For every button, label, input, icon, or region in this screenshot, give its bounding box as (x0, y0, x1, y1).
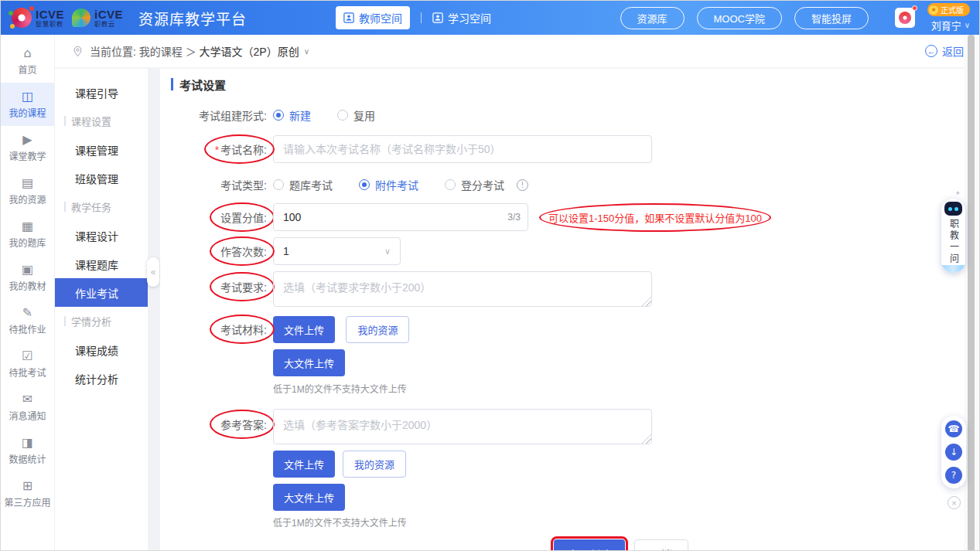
sidebar-item-notifications[interactable]: ✉ 消息通知 (1, 386, 54, 429)
exam-name-input[interactable] (273, 135, 652, 163)
required-asterisk: * (215, 144, 219, 156)
version-badge-label: 正式版 (941, 4, 964, 15)
app-launcher-icon (899, 12, 911, 24)
sidebar-item-my-question-bank[interactable]: ▦ 我的题库 (1, 213, 54, 256)
download-icon[interactable]: ↓ (945, 444, 962, 461)
learning-space-icon (432, 12, 443, 23)
materials-big-upload-button[interactable]: 大文件上传 (273, 349, 345, 376)
close-toolbar-icon[interactable]: × (948, 496, 961, 509)
sidebar-item-pending-homework[interactable]: ✎ 待批作业 (1, 299, 54, 342)
menu-item-course-management[interactable]: 课程管理 (55, 135, 148, 164)
create-now-button[interactable]: 立即创建 (554, 539, 625, 551)
menu-item-class-management[interactable]: 班级管理 (55, 164, 148, 192)
cancel-button[interactable]: 取消 (634, 539, 688, 551)
icve-swirl-icon (12, 8, 32, 28)
attempts-select[interactable]: 1 ∨ (273, 237, 401, 265)
app-launcher-button[interactable] (895, 8, 915, 28)
radio-type-attachment[interactable]: 附件考试 (359, 177, 418, 192)
radio-unselected-icon (273, 179, 284, 190)
exam-type-label: 考试类型: (171, 177, 267, 192)
notification-dot (912, 5, 917, 11)
menu-item-course-intro[interactable]: 课程引导 (55, 78, 148, 107)
page-title: 考试设置 (171, 77, 965, 92)
score-hint-text: 可以设置1-150分值，如果不设置默认分值为100 (548, 213, 762, 224)
course-switch-caret-icon[interactable]: ∨ (304, 47, 309, 56)
answer-big-upload-button[interactable]: 大文件上传 (273, 484, 345, 511)
assistant-widget[interactable]: 职教一问 (941, 199, 965, 273)
platform-title: 资源库教学平台 (138, 8, 247, 29)
breadcrumb-current-course[interactable]: 大学语文（2P）原创 (200, 46, 299, 58)
learning-space-label: 学习空间 (448, 10, 491, 26)
answer-my-resources-button[interactable]: 我的资源 (343, 451, 406, 478)
logo-secondary-sub: 职教云 (94, 22, 123, 28)
sidebar-item-my-resources[interactable]: ▤ 我的资源 (1, 169, 54, 213)
menu-item-statistical-analysis[interactable]: 统计分析 (55, 364, 148, 393)
learning-space-button[interactable]: 学习空间 (432, 10, 491, 26)
menu-section-course-settings: 课程设置 (55, 107, 148, 135)
scrollbar-thumb[interactable] (968, 35, 975, 551)
sidebar-item-home[interactable]: ⌂ 首页 (1, 39, 54, 83)
collapse-menu-button[interactable]: « (147, 257, 159, 287)
attempts-label: 作答次数: (220, 246, 267, 258)
score-hint-annotated: 可以设置1-150分值，如果不设置默认分值为100 (548, 210, 762, 225)
sidebar-item-data-statistics[interactable]: ◨ 数据统计 (1, 429, 54, 472)
radio-build-reuse[interactable]: 复用 (337, 107, 375, 123)
message-icon: ✉ (22, 393, 32, 406)
build-mode-row: 考试组建形式: 新建 复用 (171, 107, 965, 123)
resources-icon: ▤ (22, 177, 33, 189)
sidebar-item-pending-exams[interactable]: ☑ 待批考试 (1, 342, 54, 386)
sidebar-item-my-textbooks[interactable]: ▣ 我的教材 (1, 256, 54, 299)
answer-upload-button[interactable]: 文件上传 (273, 451, 335, 478)
exam-settings-panel: 考试设置 考试组建形式: 新建 复用 *考试名称: 考试类型: (160, 69, 965, 551)
exam-type-row: 考试类型: 题库考试 附件考试 登分考试 ! (171, 177, 965, 192)
mooc-academy-button[interactable]: MOOC学院 (697, 7, 782, 29)
sidebar-item-third-party-apps[interactable]: ⊞ 第三方应用 (1, 472, 54, 515)
materials-my-resources-button[interactable]: 我的资源 (346, 316, 409, 343)
menu-item-course-design[interactable]: 课程设计 (55, 221, 148, 250)
statistics-icon: ◨ (22, 437, 33, 449)
sidebar-item-classroom-teaching[interactable]: ▶ 课堂教学 (1, 126, 54, 169)
teacher-space-label: 教师空间 (359, 10, 402, 26)
robot-icon (944, 202, 962, 216)
score-input[interactable] (273, 203, 528, 231)
materials-row: 考试材料: 文件上传 我的资源 (171, 316, 965, 343)
nav-center: 教师空间 学习空间 (336, 6, 491, 29)
help-icon[interactable]: ? (945, 467, 962, 484)
menu-item-course-question-bank[interactable]: 课程题库 (55, 250, 148, 278)
user-block: ★ 正式版 刘育宁 ∨ (927, 3, 970, 32)
medal-icon: ★ (929, 5, 938, 15)
breadcrumb-separator: ＞ (186, 46, 196, 58)
user-menu[interactable]: 刘育宁 ∨ (931, 18, 970, 32)
menu-item-homework-exam[interactable]: 作业考试 (55, 278, 148, 307)
requirements-textarea[interactable] (273, 271, 652, 307)
sidebar-item-my-courses[interactable]: ◫ 我的课程 (1, 83, 54, 126)
teacher-space-button[interactable]: 教师空间 (336, 6, 410, 29)
radio-build-new[interactable]: 新建 (273, 107, 311, 123)
icve-zhijiaoyun-logo: iCVE 职教云 (72, 9, 123, 28)
menu-item-course-grades[interactable]: 课程成绩 (55, 335, 148, 364)
reference-answer-label: 参考答案: (220, 419, 267, 431)
radio-selected-icon (359, 179, 370, 190)
attempts-value: 1 (283, 245, 289, 257)
materials-upload-button[interactable]: 文件上传 (273, 316, 335, 343)
resource-library-button[interactable]: 资源库 (620, 7, 685, 29)
radio-type-question-bank[interactable]: 题库考试 (273, 177, 333, 192)
breadcrumb-root[interactable]: 我的课程 (139, 46, 183, 58)
reference-answer-textarea[interactable] (273, 409, 652, 444)
back-button[interactable]: ← 返回 (925, 43, 964, 59)
teacher-space-icon (343, 12, 354, 23)
info-icon[interactable]: ! (517, 179, 528, 191)
materials-label: 考试材料: (220, 324, 267, 336)
radio-unselected-icon (337, 110, 348, 121)
customer-support-icon[interactable]: ☎ (945, 420, 962, 437)
requirements-row: 考试要求: (171, 271, 965, 307)
smart-projection-button[interactable]: 智能投屏 (794, 7, 869, 29)
logo-secondary-name: iCVE (94, 9, 123, 20)
homework-icon: ✎ (22, 307, 32, 319)
score-label: 设置分值: (220, 212, 267, 224)
radio-type-score-entry[interactable]: 登分考试 (445, 177, 504, 192)
score-label-annotated: 设置分值: (220, 209, 267, 225)
nav-separator (421, 12, 422, 23)
menu-section-teaching-tasks: 教学任务 (55, 192, 148, 221)
version-badge[interactable]: ★ 正式版 (927, 3, 970, 16)
